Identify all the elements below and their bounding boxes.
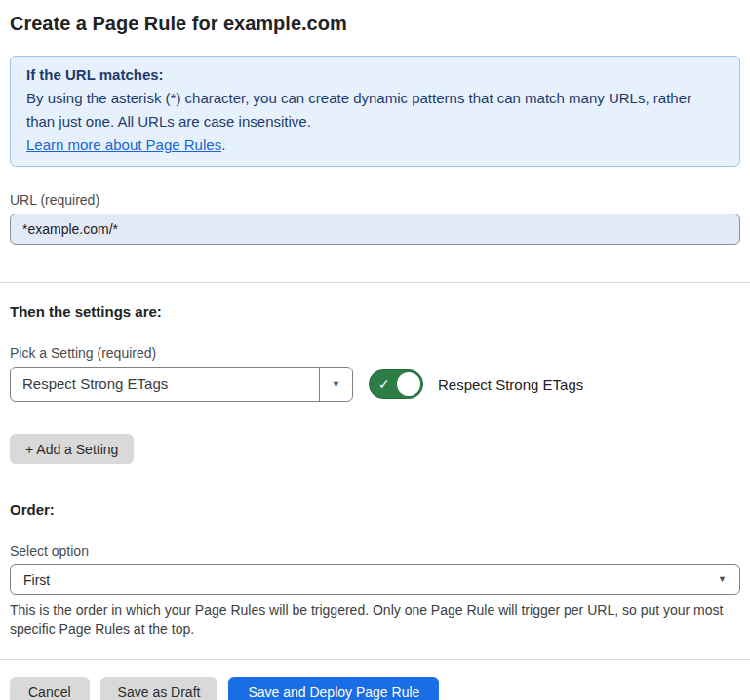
toggle-knob [397, 372, 420, 396]
order-select-label: Select option [10, 543, 740, 559]
chevron-down-icon: ▼ [718, 575, 727, 584]
learn-more-link[interactable]: Learn more about Page Rules [26, 136, 221, 153]
url-field-label: URL (required) [10, 192, 740, 208]
setting-row: Respect Strong ETags ▼ ✓ Respect Strong … [10, 367, 740, 402]
url-input[interactable] [10, 214, 740, 245]
settings-section-heading: Then the settings are: [10, 303, 740, 320]
order-section-heading: Order: [10, 501, 740, 518]
chevron-down-icon: ▼ [332, 380, 340, 389]
setting-select[interactable]: Respect Strong ETags ▼ [10, 367, 353, 402]
add-setting-button[interactable]: + Add a Setting [10, 434, 134, 464]
checkmark-icon: ✓ [378, 377, 390, 391]
setting-select-value: Respect Strong ETags [11, 368, 319, 401]
toggle-label: Respect Strong ETags [438, 376, 583, 393]
footer-divider [0, 659, 750, 660]
setting-select-arrow-button[interactable]: ▼ [319, 368, 352, 401]
pick-setting-label: Pick a Setting (required) [10, 345, 740, 361]
info-box-link-line: Learn more about Page Rules. [26, 134, 724, 157]
footer-actions: Cancel Save as Draft Save and Deploy Pag… [10, 677, 740, 700]
respect-strong-etags-toggle[interactable]: ✓ [369, 369, 423, 399]
order-help-text: This is the order in which your Page Rul… [10, 602, 733, 639]
info-box-body: By using the asterisk (*) character, you… [26, 87, 724, 134]
link-period: . [221, 136, 225, 153]
cancel-button[interactable]: Cancel [10, 677, 90, 700]
section-divider [0, 282, 750, 283]
url-match-info-box: If the URL matches: By using the asteris… [10, 56, 740, 167]
info-box-heading: If the URL matches: [26, 63, 724, 87]
page-title: Create a Page Rule for example.com [10, 12, 740, 35]
save-as-draft-button[interactable]: Save as Draft [100, 677, 218, 700]
order-select[interactable]: First ▼ [10, 564, 740, 595]
page-rule-form: Create a Page Rule for example.com If th… [0, 12, 750, 700]
save-and-deploy-button[interactable]: Save and Deploy Page Rule [228, 677, 439, 700]
order-select-value: First [23, 572, 50, 588]
